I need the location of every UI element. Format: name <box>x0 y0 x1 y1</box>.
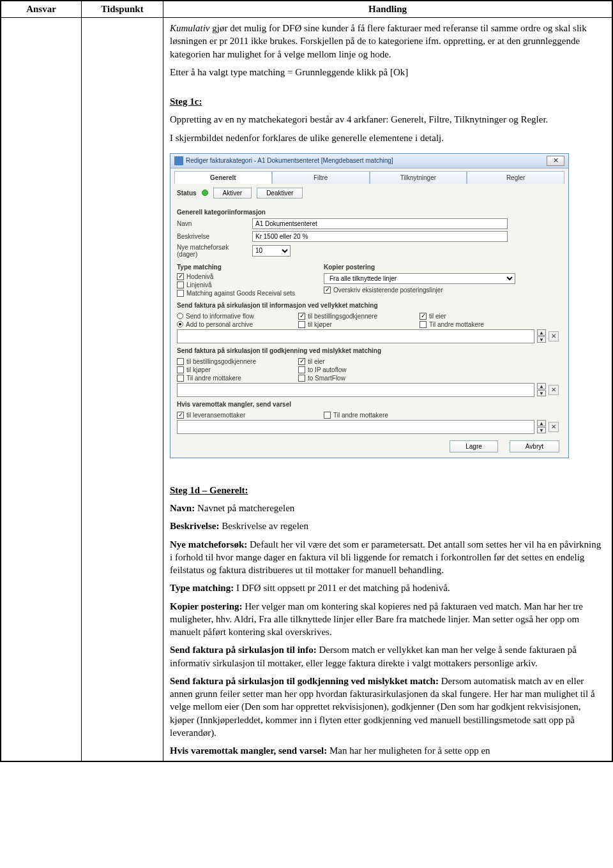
beskrivelse-para: Beskrivelse: Beskrivelse av regelen <box>170 520 605 532</box>
kopier-postering-head: Kopier postering <box>324 264 515 271</box>
clear-icon[interactable]: ✕ <box>549 385 559 395</box>
step1c-p1: Oppretting av en ny matchekategori bestå… <box>170 113 605 126</box>
v-best-godk-label: til bestillingsgodkjennere <box>308 313 377 320</box>
dialog-title: Rediger fakturakategori - A1 Dokumentsen… <box>186 156 393 163</box>
m-smart-checkbox[interactable] <box>298 375 305 382</box>
beskrivelse-input[interactable] <box>252 231 508 242</box>
aktiver-button[interactable]: Aktiver <box>213 188 252 198</box>
lev-label: til leveransemottaker <box>186 412 245 419</box>
m-eier-label: til eier <box>308 358 325 365</box>
m-best-godk-label: til bestillingsgodkjennere <box>186 358 256 365</box>
overskriv-checkbox[interactable] <box>324 287 331 294</box>
cell-handling: Kumulativ gjør det mulig for DFØ sine ku… <box>163 18 612 761</box>
status-indicator-icon <box>202 190 208 196</box>
cell-tidspunkt <box>82 18 163 761</box>
overskriv-label: Overskriv eksisterende posteringslinjer <box>333 287 443 294</box>
mislykket-recipients-input[interactable] <box>177 383 534 397</box>
clear-icon[interactable]: ✕ <box>549 331 559 341</box>
nye-matcheforsok-select[interactable]: 10 <box>252 245 291 257</box>
v-best-godk-checkbox[interactable] <box>298 313 305 320</box>
avbryt-button[interactable]: Avbryt <box>510 440 559 453</box>
varsel-recipients-input[interactable] <box>177 420 534 434</box>
section-general-info: Generell kategoriinformasjon <box>177 209 562 216</box>
navn-label: Navn <box>177 220 247 227</box>
kumulativ-para: Kumulativ gjør det mulig for DFØ sine ku… <box>170 22 605 61</box>
document-table: Ansvar Tidspunkt Handling Kumulativ gjør… <box>1 1 612 761</box>
m-ip-label: to IP autoflow <box>308 366 346 373</box>
m-smart-label: to SmartFlow <box>308 375 345 382</box>
goods-label: Matching against Goods Receival sets <box>186 290 295 297</box>
recipient-order-arrows-2[interactable]: ▲▼ <box>537 383 546 396</box>
step-1c-heading: Steg 1c: <box>170 95 202 108</box>
send-flow-label: Send to informative flow <box>186 313 254 320</box>
arrow-up-icon[interactable]: ▲ <box>537 420 546 426</box>
varsel-para: Hvis varemottak mangler, send varsel: Ma… <box>170 744 605 757</box>
header-tidspunkt: Tidspunkt <box>82 1 163 18</box>
dialog-icon <box>174 156 183 165</box>
status-label: Status <box>177 190 197 197</box>
m-andre-label: Til andre mottakere <box>186 375 241 382</box>
varsel-andre-checkbox[interactable] <box>324 412 331 419</box>
godk-para: Send faktura på sirkulasjon til godkjenn… <box>170 675 605 739</box>
recipient-order-arrows[interactable]: ▲▼ <box>537 329 546 343</box>
dialog-tabs: Generelt Filtre Tilknytninger Regler <box>170 168 568 184</box>
status-row: Status Aktiver Deaktiver <box>170 184 568 202</box>
cell-ansvar <box>1 18 82 761</box>
m-andre-checkbox[interactable] <box>177 375 184 382</box>
tab-filtre[interactable]: Filtre <box>272 171 370 184</box>
nye-matcheforsok-label: Nye matcheforsøk (dager) <box>177 244 247 258</box>
type-matching-head: Type matching <box>177 264 305 271</box>
edit-category-dialog: Rediger fakturakategori - A1 Dokumentsen… <box>170 153 569 458</box>
etter-valgt-para: Etter å ha valgt type matching = Grunnle… <box>170 66 605 79</box>
deaktiver-button[interactable]: Deaktiver <box>257 188 303 198</box>
hodeniva-label: Hodenivå <box>186 273 213 280</box>
recipient-order-arrows-3[interactable]: ▲▼ <box>537 420 546 433</box>
header-ansvar: Ansvar <box>1 1 82 18</box>
hodeniva-checkbox[interactable] <box>177 273 184 280</box>
v-andre-label: Til andre mottakere <box>429 321 484 328</box>
m-ip-checkbox[interactable] <box>298 366 305 373</box>
tab-tilknytninger[interactable]: Tilknytninger <box>370 171 467 184</box>
tab-regler[interactable]: Regler <box>467 171 564 184</box>
goods-checkbox[interactable] <box>177 290 184 297</box>
m-eier-checkbox[interactable] <box>298 358 305 365</box>
m-kjoper-checkbox[interactable] <box>177 366 184 373</box>
tab-generelt[interactable]: Generelt <box>174 171 272 184</box>
lagre-button[interactable]: Lagre <box>450 440 498 453</box>
arrow-up-icon[interactable]: ▲ <box>537 383 546 389</box>
clear-icon[interactable]: ✕ <box>549 422 559 432</box>
kopier-para: Kopier postering: Her velger man om kont… <box>170 600 605 639</box>
beskrivelse-label: Beskrivelse <box>177 233 247 240</box>
lev-checkbox[interactable] <box>177 412 184 419</box>
arrow-down-icon[interactable]: ▼ <box>537 390 546 396</box>
vellykket-recipients-input[interactable] <box>177 329 534 343</box>
info-para: Send faktura på sirkulasjon til info: De… <box>170 643 605 670</box>
arrow-up-icon[interactable]: ▲ <box>537 329 546 336</box>
close-button[interactable]: ✕ <box>547 156 564 166</box>
add-archive-radio[interactable] <box>177 321 183 327</box>
v-andre-checkbox[interactable] <box>420 321 427 328</box>
linjeniva-checkbox[interactable] <box>177 281 184 288</box>
send-flow-radio[interactable] <box>177 313 183 319</box>
step1c-p2: I skjermbildet nedenfor forklares de uli… <box>170 131 605 144</box>
step-1d-heading: Steg 1d – Generelt: <box>170 484 248 497</box>
m-kjoper-label: til kjøper <box>186 366 211 373</box>
navn-para: Navn: Navnet på matcheregelen <box>170 502 605 514</box>
section-varsel: Hvis varemottak mangler, send varsel <box>177 401 562 408</box>
v-eier-checkbox[interactable] <box>420 313 427 320</box>
m-best-godk-checkbox[interactable] <box>177 358 184 365</box>
v-eier-label: til eier <box>429 313 446 320</box>
section-vellykket: Send faktura på sirkulasjon til informas… <box>177 302 562 309</box>
add-archive-label: Add to personal archive <box>186 321 253 328</box>
arrow-down-icon[interactable]: ▼ <box>537 427 546 433</box>
type-para: Type matching: I DFØ sitt oppsett pr 201… <box>170 581 605 594</box>
header-handling: Handling <box>163 1 612 18</box>
arrow-down-icon[interactable]: ▼ <box>537 336 546 343</box>
linjeniva-label: Linjenivå <box>186 281 211 288</box>
kopier-postering-select[interactable]: Fra alle tilknyttede linjer <box>324 273 515 284</box>
section-mislykket: Send faktura på sirkulasjon til godkjenn… <box>177 347 562 354</box>
dialog-title-bar: Rediger fakturakategori - A1 Dokumentsen… <box>170 154 568 168</box>
navn-input[interactable] <box>252 218 508 229</box>
v-kjoper-checkbox[interactable] <box>298 321 305 328</box>
varsel-andre-label: Til andre mottakere <box>333 412 388 419</box>
